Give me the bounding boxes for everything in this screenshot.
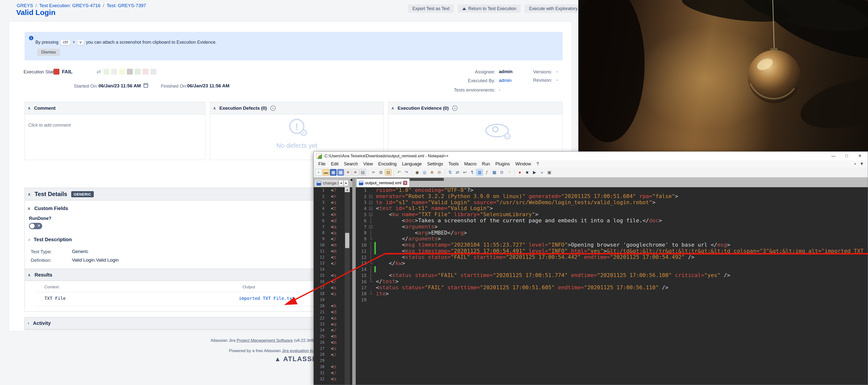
status-palette-swatch-1[interactable] (103, 69, 109, 74)
comment-panel-header[interactable]: ∧ Comment (25, 102, 205, 114)
open-folder-icon[interactable]: ▬ (322, 169, 329, 176)
fold-margin[interactable]: – (368, 212, 374, 218)
menu-search[interactable]: Search (341, 161, 361, 167)
status-palette-swatch-7[interactable] (151, 69, 156, 74)
fold-margin[interactable]: – (368, 193, 374, 199)
menu-macro[interactable]: Macro (462, 161, 479, 167)
status-palette-swatch-3[interactable] (119, 69, 125, 74)
status-palette-swatch-2[interactable] (111, 69, 117, 74)
macro-stop-icon[interactable]: ■ (524, 169, 530, 176)
evidence-panel-header[interactable]: ∧ Execution Evidence (0) + (388, 102, 562, 114)
defects-panel-header[interactable]: ∧ Execution Defects (0) + (210, 102, 383, 114)
finished-on-value[interactable]: 06/Jan/23 11:56 AM (187, 83, 229, 89)
menu-edit[interactable]: Edit (328, 161, 341, 167)
left-pane-scrollbar[interactable]: ▲ (345, 187, 350, 385)
fold-margin[interactable] (368, 248, 374, 254)
chevron-up-icon[interactable]: ∧ (213, 106, 216, 110)
chevron-up-icon[interactable]: ∧ (28, 206, 30, 211)
add-evidence-icon[interactable]: + (452, 105, 458, 111)
fold-collapse-icon[interactable]: – (369, 225, 372, 228)
npp-title-bar[interactable]: C:\Users\Ana Teixeira\Downloads\output_r… (314, 152, 868, 160)
menu-language[interactable]: Language (399, 161, 425, 167)
chevron-up-icon[interactable]: ∧ (391, 106, 394, 110)
fold-margin[interactable]: – (368, 205, 374, 212)
fold-margin[interactable] (368, 230, 374, 236)
fold-margin[interactable] (368, 279, 374, 285)
tab-list-icon[interactable]: ▼ (860, 161, 864, 166)
scrollbar-thumb[interactable] (345, 233, 349, 248)
macro-record-icon[interactable]: ● (517, 169, 523, 176)
status-palette-swatch-5[interactable] (135, 69, 141, 74)
macro-save-icon[interactable]: ▣ (546, 169, 553, 176)
close-button[interactable]: ✕ (855, 153, 865, 160)
result-output-link[interactable]: imported TXT File.txt (239, 296, 295, 301)
started-on-value[interactable]: 06/Jan/23 11:56 AM (98, 83, 141, 89)
transfer-status-icon[interactable]: ⇄ (96, 69, 101, 75)
fold-collapse-icon[interactable]: – (369, 207, 372, 210)
menu-run[interactable]: Run (479, 161, 493, 167)
close-tab-icon[interactable]: ✕ (403, 181, 407, 185)
menu-help[interactable]: ? (534, 161, 541, 167)
tab-scroll-right-icon[interactable]: ▸ (344, 180, 348, 186)
editor-pane-output-xml[interactable]: 1rsion="1.0" encoding="UTF-8"?>2–enerato… (356, 187, 868, 385)
test-description-header[interactable]: › Test Description (29, 237, 72, 243)
fold-margin[interactable] (368, 285, 374, 291)
fold-collapse-icon[interactable]: – (369, 195, 372, 198)
fold-margin[interactable] (368, 297, 374, 303)
menu-tools[interactable]: Tools (446, 161, 462, 167)
action-button-return-to-test-execution[interactable]: Return to Test Execution (458, 4, 521, 13)
copy-icon[interactable]: ⧉ (377, 169, 384, 176)
scroll-up-icon[interactable]: ▲ (345, 187, 350, 192)
minimize-button[interactable]: — (828, 153, 839, 160)
fold-margin[interactable]: – (368, 224, 374, 230)
breadcrumb-item[interactable]: Test: GREYS-7397 (106, 3, 146, 8)
fold-margin[interactable] (368, 266, 374, 272)
sync-vertical-icon[interactable]: ⇅ (447, 169, 454, 176)
fold-collapse-icon[interactable]: – (369, 213, 372, 216)
function-list-icon[interactable]: ƒ (484, 169, 490, 176)
zoom-in-icon[interactable]: ⊕ (429, 169, 435, 176)
fold-margin[interactable]: – (368, 199, 374, 205)
status-palette-swatch-6[interactable] (143, 69, 149, 74)
calendar-icon[interactable] (144, 83, 148, 88)
paste-icon[interactable]: ▧ (385, 169, 392, 176)
action-button-export-test-as-text[interactable]: Export Test as Text (408, 4, 454, 13)
redo-icon[interactable]: ↷ (403, 169, 410, 176)
pms-link[interactable]: Project Management Software (237, 338, 293, 343)
monitor-icon[interactable]: ◔ (506, 169, 512, 176)
chevron-up-icon[interactable]: ∧ (28, 106, 31, 110)
find-icon[interactable]: ◉ (414, 169, 421, 176)
fold-margin[interactable] (368, 187, 374, 193)
macro-play-icon[interactable]: ▶ (531, 169, 538, 176)
macro-run-multiple-icon[interactable]: » (538, 169, 545, 176)
breadcrumb-item[interactable]: GREYS (17, 3, 33, 8)
fold-margin[interactable] (368, 236, 374, 242)
zoom-out-icon[interactable]: ⊖ (436, 169, 442, 176)
show-symbols-icon[interactable]: ¶ (469, 169, 475, 176)
folder-workspace-icon[interactable]: ▩ (491, 169, 498, 176)
print-icon[interactable]: ▤ (360, 169, 366, 176)
menu-view[interactable]: View (361, 161, 376, 167)
word-wrap-icon[interactable]: ↩ (462, 169, 468, 176)
sync-horizontal-icon[interactable]: ⇄ (454, 169, 461, 176)
document-map-icon[interactable]: ▥ (476, 169, 483, 176)
chevron-right-icon[interactable]: › (29, 237, 30, 242)
comment-placeholder[interactable]: Click to add comment (25, 114, 205, 136)
fold-margin[interactable] (368, 291, 374, 297)
tab-output-remixed-xml[interactable]: output_remixed.xml ✕ (356, 179, 410, 187)
custom-fields-header[interactable]: ∧ Custom Fields (28, 205, 68, 211)
executed-by-value[interactable]: admin (499, 78, 512, 83)
fold-margin[interactable] (368, 254, 374, 260)
editor-pane-change-log[interactable]: ▲ 1<?2<r3<s4<t5<k6<d7<a8<a9</10<m11<m12<… (314, 187, 352, 385)
pane-splitter[interactable] (352, 178, 356, 385)
chevron-up-icon[interactable]: ∧ (28, 192, 31, 197)
menu-window[interactable]: Window (513, 161, 534, 167)
menu-settings[interactable]: Settings (425, 161, 446, 167)
save-icon[interactable]: ▦ (330, 169, 337, 176)
breadcrumb-item[interactable]: Test Execution: GREYS-4716 (39, 3, 100, 8)
fold-collapse-icon[interactable]: – (369, 201, 372, 204)
doc-switcher-icon[interactable]: ⧉ (498, 169, 505, 176)
menu-encoding[interactable]: Encoding (376, 161, 399, 167)
replace-icon[interactable]: ◎ (421, 169, 428, 176)
undo-icon[interactable]: ↶ (396, 169, 402, 176)
